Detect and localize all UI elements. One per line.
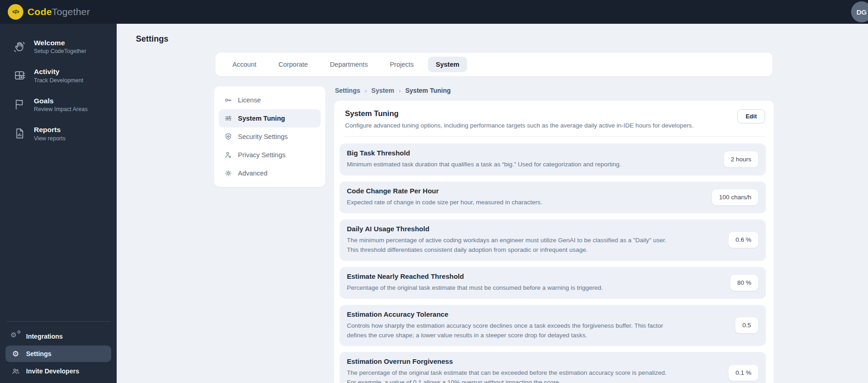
subnav-item-system-tuning[interactable]: System Tuning — [219, 109, 321, 128]
panel-divider — [345, 136, 766, 137]
subnav-item-label: System Tuning — [238, 115, 285, 122]
dashboard-icon — [13, 69, 26, 82]
tab-system[interactable]: System — [428, 57, 467, 72]
sidebar-divider — [6, 321, 110, 322]
setting-value: 0.5 — [735, 317, 759, 334]
sidebar-item-sublabel: Track Development — [34, 77, 83, 84]
setting-value: 80 % — [730, 274, 759, 291]
content-area: Settings Account Corporate Departments P… — [117, 24, 868, 383]
sidebar-item-sublabel: View reports — [34, 135, 65, 142]
panel-header-text: System Tuning Configure advanced tuning … — [345, 109, 737, 129]
tab-departments[interactable]: Departments — [322, 57, 376, 72]
app-logo[interactable]: </> CodeTogether — [8, 4, 90, 20]
logo-code-text: Code — [27, 6, 52, 17]
setting-row-daily-ai-usage: Daily AI Usage Threshold The minimum per… — [340, 219, 766, 261]
setting-row-text: Estimation Accuracy Tolerance Controls h… — [347, 310, 735, 340]
setting-description: The percentage of the original task esti… — [347, 368, 667, 383]
setting-description: Minimum estimated task duration that qua… — [347, 160, 667, 170]
setting-value: 0.1 % — [728, 364, 759, 381]
subnav-item-label: Privacy Settings — [238, 151, 286, 159]
setting-title: Daily AI Usage Threshold — [347, 225, 712, 233]
sidebar-item-welcome[interactable]: Welcome Setup CodeTogether — [0, 38, 117, 54]
subnav-item-security-settings[interactable]: Security Settings — [219, 128, 321, 146]
sidebar-item-label: Settings — [26, 350, 51, 357]
hand-wave-icon — [13, 40, 26, 53]
flag-icon — [13, 98, 26, 111]
breadcrumb: Settings › System › System Tuning — [334, 86, 774, 94]
subnav-item-label: License — [238, 96, 261, 104]
breadcrumb-system-tuning: System Tuning — [405, 87, 451, 94]
settings-detail-column: Settings › System › System Tuning System… — [334, 86, 774, 383]
setting-title: Estimation Overrun Forgiveness — [347, 357, 712, 365]
sidebar-item-settings[interactable]: ⚙ Settings — [5, 346, 111, 362]
people-icon — [11, 367, 20, 376]
user-avatar[interactable]: DG — [851, 1, 868, 22]
page-title: Settings — [136, 34, 868, 44]
sidebar-item-label: Integrations — [26, 333, 63, 340]
sidebar-item-goals[interactable]: Goals Review Impact Areas — [0, 96, 117, 112]
setting-description: Percentage of the original task estimate… — [347, 283, 667, 293]
subnav-item-advanced[interactable]: Advanced — [219, 164, 321, 182]
setting-title: Estimation Accuracy Tolerance — [347, 310, 718, 318]
sidebar-item-invite-developers[interactable]: Invite Developers — [5, 363, 111, 379]
sidebar-item-sublabel: Setup CodeTogether — [34, 48, 86, 54]
sidebar-item-label: Goals — [34, 96, 87, 105]
tab-account[interactable]: Account — [225, 57, 264, 72]
person-icon — [224, 151, 232, 159]
chevron-right-icon: › — [399, 87, 400, 94]
subnav-item-label: Advanced — [238, 170, 268, 177]
setting-description: The minimum percentage of active coding … — [347, 236, 667, 255]
setting-row-estimation-overrun-forgiveness: Estimation Overrun Forgiveness The perce… — [340, 352, 766, 383]
setting-row-text: Estimation Overrun Forgiveness The perce… — [347, 357, 728, 383]
tab-corporate[interactable]: Corporate — [270, 57, 315, 72]
setting-row-big-task-threshold: Big Task Threshold Minimum estimated tas… — [340, 144, 766, 176]
sidebar-item-reports[interactable]: Reports View reports — [0, 125, 117, 141]
system-subnav: License System Tuning — [214, 86, 325, 187]
chevron-right-icon: › — [365, 87, 367, 94]
setting-row-text: Big Task Threshold Minimum estimated tas… — [347, 149, 723, 170]
sidebar-item-label: Invite Developers — [26, 367, 79, 375]
setting-value: 0.6 % — [728, 231, 759, 248]
subnav-item-privacy-settings[interactable]: Privacy Settings — [219, 146, 321, 164]
gear-icon: ⚙ — [11, 349, 20, 358]
code-brackets-icon: </> — [8, 4, 23, 20]
sidebar-item-integrations[interactable]: ⚙⚙ Integrations — [5, 328, 111, 345]
sidebar-item-label: Activity — [34, 67, 83, 76]
shield-icon — [224, 133, 232, 141]
sidebar-item-text: Activity Track Development — [34, 67, 83, 83]
tab-projects[interactable]: Projects — [382, 57, 421, 72]
breadcrumb-system[interactable]: System — [372, 87, 394, 94]
setting-title: Big Task Threshold — [347, 149, 707, 157]
sidebar-item-text: Reports View reports — [34, 125, 65, 141]
panel-title: System Tuning — [345, 109, 737, 118]
system-tuning-panel: System Tuning Configure advanced tuning … — [334, 101, 774, 383]
setting-description: Controls how sharply the estimation accu… — [347, 321, 667, 340]
setting-title: Estimate Nearly Reached Threshold — [347, 272, 713, 280]
setting-row-estimation-accuracy-tolerance: Estimation Accuracy Tolerance Controls h… — [340, 305, 766, 346]
app-logo-text: CodeTogether — [27, 6, 90, 17]
main-sidebar: Welcome Setup CodeTogether Activity Trac… — [0, 24, 117, 383]
setting-row-estimate-nearly-reached: Estimate Nearly Reached Threshold Percen… — [340, 267, 766, 299]
sliders-icon — [224, 114, 232, 122]
sidebar-item-sublabel: Review Impact Areas — [34, 106, 87, 112]
setting-value: 2 hours — [723, 151, 759, 168]
setting-title: Code Change Rate Per Hour — [347, 187, 695, 195]
settings-tabs: Account Corporate Departments Projects S… — [216, 53, 772, 76]
sidebar-item-text: Welcome Setup CodeTogether — [34, 38, 86, 54]
sidebar-item-activity[interactable]: Activity Track Development — [0, 67, 117, 83]
subnav-item-license[interactable]: License — [219, 91, 321, 109]
sidebar-item-label: Reports — [34, 125, 65, 134]
panel-description: Configure advanced tuning options, inclu… — [345, 122, 737, 129]
setting-value: 100 chars/h — [712, 189, 759, 206]
sidebar-bottom-section: ⚙⚙ Integrations ⚙ Settings Invite Develo… — [0, 321, 117, 380]
setting-description: Expected rate of change in code size per… — [347, 198, 667, 207]
setting-row-text: Code Change Rate Per Hour Expected rate … — [347, 187, 712, 207]
breadcrumb-settings[interactable]: Settings — [335, 87, 360, 94]
settings-main-row: License System Tuning — [214, 86, 868, 383]
panel-header: System Tuning Configure advanced tuning … — [340, 108, 766, 129]
key-icon — [224, 96, 232, 104]
edit-button[interactable]: Edit — [737, 109, 765, 123]
gear-outline-icon — [224, 169, 232, 177]
subnav-item-label: Security Settings — [238, 133, 288, 140]
sidebar-item-label: Welcome — [34, 38, 86, 47]
